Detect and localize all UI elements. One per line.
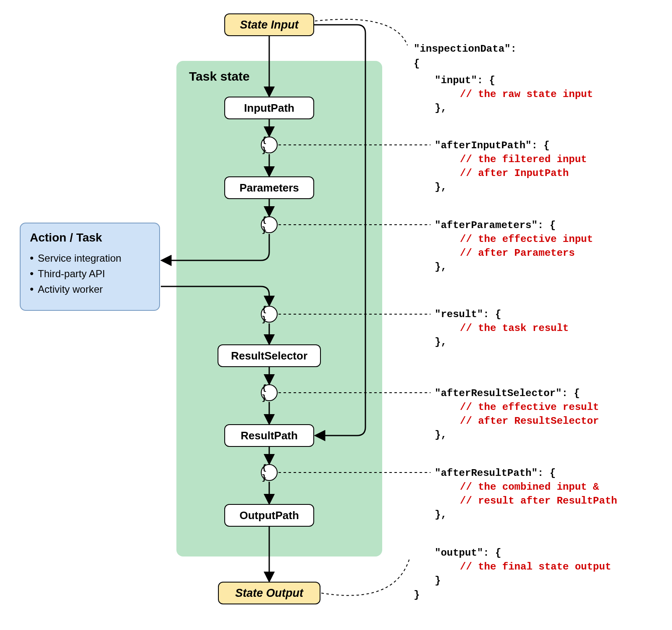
code-arp-c2: // result after ResultPath: [460, 494, 617, 508]
code-aip-c1: // the filtered input: [460, 152, 587, 166]
code-out-end: }: [435, 574, 441, 588]
code-ap-c1: // the effective input: [460, 232, 593, 246]
code-ap-end: },: [435, 260, 447, 274]
action-task-title: Action / Task: [30, 231, 150, 244]
action-task-panel: Action / Task Service integration Third-…: [20, 223, 160, 311]
code-input-c1: // the raw state input: [460, 87, 593, 101]
step-outputpath: OutputPath: [224, 504, 314, 527]
task-state-panel: [176, 61, 382, 556]
code-out-c1: // the final state output: [460, 560, 611, 574]
task-state-title: Task state: [189, 69, 250, 84]
code-arp-end: },: [435, 508, 447, 522]
action-item-3: Activity worker: [30, 281, 150, 297]
code-close-brace: }: [414, 588, 420, 602]
code-ap-key: "afterParameters": {: [435, 218, 556, 232]
step-inputpath: InputPath: [224, 97, 314, 119]
braces-after-resultpath: { }: [261, 464, 278, 481]
code-ars-c1: // the effective result: [460, 400, 599, 414]
code-ars-c2: // after ResultSelector: [460, 414, 599, 428]
braces-after-resultselector: { }: [261, 384, 278, 401]
step-parameters: Parameters: [224, 176, 314, 199]
action-item-1: Service integration: [30, 250, 150, 266]
code-arp-key: "afterResultPath": {: [435, 466, 556, 480]
code-ap-c2: // after Parameters: [460, 246, 575, 260]
code-aip-key: "afterInputPath": {: [435, 139, 550, 152]
action-item-2: Third-party API: [30, 266, 150, 281]
code-out-key: "output": {: [435, 546, 501, 560]
code-open-brace: {: [414, 57, 420, 71]
code-res-end: },: [435, 335, 447, 349]
braces-after-parameters: { }: [261, 216, 278, 233]
step-resultpath: ResultPath: [224, 424, 314, 447]
code-arp-c1: // the combined input &: [460, 480, 599, 494]
braces-result: { }: [261, 306, 278, 323]
code-ars-key: "afterResultSelector": {: [435, 386, 580, 400]
braces-after-inputpath: { }: [261, 136, 278, 153]
code-aip-c2: // after InputPath: [460, 166, 569, 180]
code-aip-end: },: [435, 180, 447, 194]
code-input-key: "input": {: [435, 74, 495, 87]
step-resultselector: ResultSelector: [218, 344, 321, 367]
code-input-end: },: [435, 101, 447, 115]
code-ars-end: },: [435, 428, 447, 442]
state-input-node: State Input: [224, 13, 314, 36]
code-inspection-header: "inspectionData":: [414, 42, 517, 56]
state-output-node: State Output: [218, 582, 320, 604]
code-res-c1: // the task result: [460, 321, 569, 335]
diagram-canvas: Task state State Input InputPath Paramet…: [0, 0, 672, 630]
code-res-key: "result": {: [435, 307, 501, 321]
